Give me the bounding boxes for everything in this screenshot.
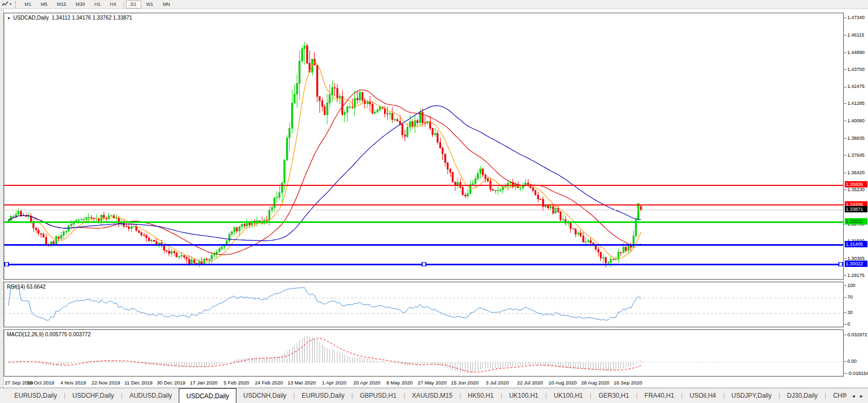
price-line-label: 1.31405 [845, 241, 867, 247]
macd-tick-label: 0.00 [844, 359, 857, 364]
period-button-m30[interactable]: M30 [71, 1, 90, 8]
date-tick-label: 17 Jan 2020 [190, 380, 217, 386]
symbol-tab-list: EURUSD,Daily|USDCHF,Daily|AUDUSD,DailyUS… [0, 388, 847, 403]
price-tick-label: 1.29175 [844, 273, 865, 278]
date-tick-label: 8 May 2020 [386, 380, 413, 386]
date-tick-label: 4 Nov 2019 [60, 380, 86, 386]
symbol-tab-ger30-h1[interactable]: GER30,H1 [591, 388, 636, 403]
timeframe-toolbar: ▾ M1M5M15M30H1H4D1W1MN [0, 0, 868, 9]
date-tick-label: 13 Mar 2020 [287, 380, 315, 386]
rsi-tick-label: 70 [844, 294, 853, 300]
price-axis[interactable]: 1.473401.461151.448901.437001.424751.412… [844, 9, 868, 388]
macd-tick-label: -0.018154 [844, 371, 868, 376]
date-tick-label: 15 Jun 2020 [451, 380, 478, 386]
period-button-d1[interactable]: D1 [126, 1, 142, 8]
symbol-tab-usdchf-daily[interactable]: USDCHF,Daily [66, 388, 121, 403]
chart-symbol-label: USDCAD,Daily [13, 15, 49, 21]
symbol-tab-audusd-daily[interactable]: AUDUSD,Daily [123, 388, 179, 403]
price-chart-panel[interactable]: ▼USDCAD,Daily 1.34112 1.34176 1.33762 1.… [4, 13, 844, 280]
left-splitter[interactable] [0, 9, 4, 388]
period-button-h1[interactable]: H1 [90, 1, 106, 8]
period-button-w1[interactable]: W1 [141, 1, 158, 8]
symbol-tab-usoil-h4[interactable]: USOil,H4 [683, 388, 723, 403]
symbol-tab-fra40-h1[interactable]: FRA40,H1 [638, 388, 681, 403]
symbol-tab-usdcad-daily[interactable]: USDCAD,Daily [179, 388, 236, 403]
rsi-plot[interactable] [4, 282, 843, 327]
chart-workspace: ▼USDCAD,Daily 1.34112 1.34176 1.33762 1.… [0, 9, 868, 403]
price-tick-label: 1.40060 [844, 118, 865, 123]
price-tick-label: 1.38835 [844, 136, 865, 141]
date-tick-label: 1 Apr 2020 [322, 380, 346, 386]
macd-panel[interactable]: MACD(12,26,9) 0.005775 0.003772 [4, 329, 844, 377]
chart-tool-dropdown-icon[interactable]: ▾ [10, 2, 12, 6]
symbol-tab-xauusd-m15[interactable]: XAUUSD,M15 [405, 388, 460, 403]
symbol-tab-eurusd-daily[interactable]: EURUSD,Daily [295, 388, 351, 403]
chart-title: ▼USDCAD,Daily 1.34112 1.34176 1.33762 1.… [7, 15, 132, 21]
tab-scroll-left-icon[interactable]: ◂ [852, 393, 855, 399]
period-button-m15[interactable]: M15 [52, 1, 71, 8]
date-tick-label: 30 Dec 2019 [157, 380, 185, 386]
date-tick-label: 22 Nov 2019 [92, 380, 120, 386]
trading-terminal: ▾ M1M5M15M30H1H4D1W1MN ▼USDCAD,Daily 1.3… [0, 0, 868, 403]
tab-scroll-right-icon[interactable]: ▸ [860, 393, 863, 399]
period-button-m5[interactable]: M5 [36, 1, 52, 8]
date-tick-label: 24 Feb 2020 [255, 380, 283, 386]
candlestick-chart[interactable] [4, 13, 843, 279]
date-tick-label: 20 Apr 2020 [353, 380, 380, 386]
tab-scroll-controls: ◂ ▸ [847, 388, 868, 403]
symbol-tab-uk100-h1[interactable]: UK100,H1 [547, 388, 590, 403]
date-tick-label: 27 May 2020 [417, 380, 446, 386]
price-tick-label: 1.42475 [844, 84, 865, 89]
symbol-tab-dj30-daily[interactable]: DJ30,Daily [780, 388, 825, 403]
timeframe-buttons: M1M5M15M30H1H4D1W1MN [20, 1, 175, 8]
price-line-label: 1.33871 [845, 206, 867, 212]
macd-label: MACD(12,26,9) 0.005775 0.003772 [7, 332, 90, 337]
symbol-tab-china300-h1[interactable]: CHINA300,H1 [826, 388, 847, 403]
collapse-chart-icon[interactable]: ▼ [7, 16, 11, 20]
period-button-mn[interactable]: MN [158, 1, 175, 8]
period-button-h4[interactable]: H4 [105, 1, 121, 8]
macd-tick-label: 0.032972 [844, 332, 867, 337]
rsi-panel[interactable]: RSI(14) 63.6642 [4, 282, 844, 327]
symbol-tab-hk50-h1[interactable]: HK50,H1 [461, 388, 501, 403]
rsi-tick-label: 0 [844, 321, 850, 327]
chart-cursor-icon[interactable] [0, 1, 10, 8]
date-tick-label: 16 Oct 2019 [27, 380, 54, 386]
price-tick-label: 1.43700 [844, 67, 865, 72]
price-tick-label: 1.47340 [844, 15, 865, 20]
date-tick-label: 10 Aug 2020 [549, 380, 577, 386]
period-button-m1[interactable]: M1 [20, 1, 36, 8]
price-tick-label: 1.36420 [844, 170, 865, 175]
date-tick-label: 3 Jul 2020 [486, 380, 509, 386]
price-line-label: 1.30022 [845, 261, 867, 267]
price-tick-label: 1.35230 [844, 187, 865, 192]
toolbar-separator [123, 1, 124, 8]
macd-plot[interactable] [4, 330, 843, 376]
rsi-tick-label: 100 [844, 283, 855, 288]
date-tick-label: 22 Jul 2020 [517, 380, 543, 386]
date-tick-label: 16 Sep 2020 [614, 380, 642, 386]
date-tick-label: 5 Feb 2020 [224, 380, 249, 386]
symbol-tab-bar: EURUSD,Daily|USDCHF,Daily|AUDUSD,DailyUS… [0, 388, 868, 403]
price-tick-label: 1.46115 [844, 32, 864, 38]
symbol-tab-usdcnh-daily[interactable]: USDCNH,Daily [236, 388, 293, 403]
price-line-label: 1.33011 [845, 218, 867, 225]
symbol-tab-gbpusd-h1[interactable]: GBPUSD,H1 [353, 388, 403, 403]
rsi-label: RSI(14) 63.6642 [7, 284, 45, 290]
symbol-tab-uk100-h1[interactable]: UK100,H1 [502, 388, 545, 403]
price-tick-label: 1.41285 [844, 101, 865, 106]
date-tick-label: 28 Aug 2020 [581, 380, 609, 386]
rsi-tick-label: 30 [844, 310, 853, 315]
symbol-tab-eurusd-daily[interactable]: EURUSD,Daily [7, 388, 64, 403]
chart-ohlc-values: 1.34112 1.34176 1.33762 1.33871 [52, 15, 132, 21]
toolbar-grip [15, 1, 17, 8]
date-tick-label: 11 Dec 2019 [124, 380, 152, 386]
price-tick-label: 1.44890 [844, 50, 865, 55]
price-tick-label: 1.37645 [844, 153, 865, 158]
price-line-label: 1.35606 [845, 181, 867, 187]
symbol-tab-usdjpy-daily[interactable]: USDJPY,Daily [725, 388, 779, 403]
date-axis[interactable]: 27 Sep 201916 Oct 20194 Nov 201922 Nov 2… [4, 378, 844, 388]
